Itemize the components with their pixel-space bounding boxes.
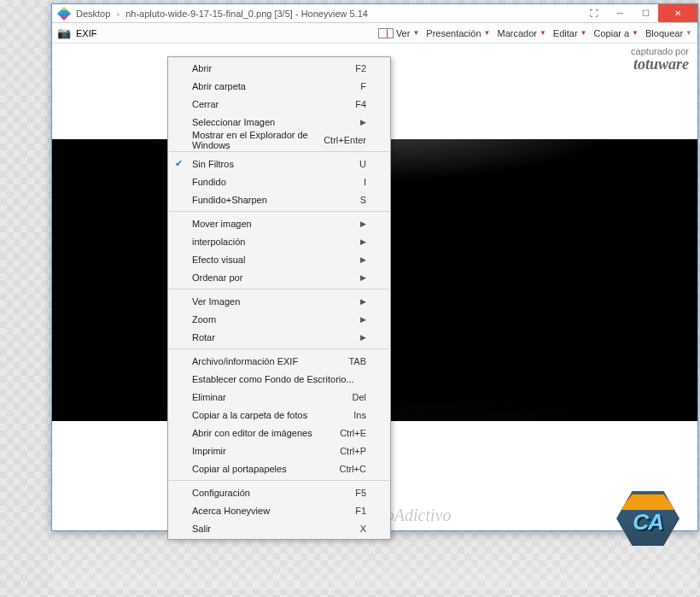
menu-separator [169, 151, 389, 152]
menu-item[interactable]: Abrir carpetaF [168, 77, 390, 95]
copy-to-button[interactable]: Copiar a ▼ [594, 28, 639, 38]
badge-text: CA [633, 509, 663, 536]
ca-badge: CA [616, 491, 680, 546]
ver-label: Ver [396, 28, 411, 38]
menu-shortcut: Del [352, 392, 366, 402]
toolbar: 📷 EXIF Ver ▼ Presentación ▼ Marcador ▼ E… [52, 23, 697, 44]
maximize-button[interactable]: ☐ [633, 4, 658, 22]
reflection [51, 531, 698, 591]
lock-label: Bloquear [645, 28, 683, 38]
menu-item-label: Abrir carpeta [192, 81, 246, 91]
menu-item-label: Eliminar [192, 392, 226, 402]
submenu-arrow-icon: ▶ [360, 273, 366, 282]
menu-item[interactable]: Copiar al portapapelesCtrl+C [168, 459, 390, 477]
check-icon: ✔ [175, 158, 183, 169]
menu-item[interactable]: Establecer como Fondo de Escritorio... [168, 370, 390, 388]
aspect-ratio-button[interactable]: Ver ▼ [378, 28, 419, 38]
lock-button[interactable]: Bloquear ▼ [645, 28, 692, 38]
menu-item-label: Fundido+Sharpen [192, 195, 267, 205]
menu-separator [169, 348, 389, 349]
menu-item[interactable]: Seleccionar Imagen▶ [168, 113, 390, 131]
menu-item-label: Configuración [192, 488, 250, 498]
menu-item-label: Sin Filtros [192, 159, 234, 169]
menu-item[interactable]: CerrarF4 [168, 95, 390, 113]
menu-item[interactable]: Mover imagen▶ [168, 214, 390, 232]
menu-item[interactable]: Ordenar por▶ [168, 268, 390, 286]
menu-shortcut: F [360, 81, 366, 91]
menu-item[interactable]: Rotar▶ [168, 328, 390, 346]
exif-label[interactable]: EXIF [76, 28, 96, 38]
menu-item-label: Copiar a la carpeta de fotos [192, 410, 307, 420]
submenu-arrow-icon: ▶ [360, 255, 366, 264]
menu-shortcut: TAB [348, 356, 366, 366]
menu-shortcut: F4 [355, 99, 366, 109]
menu-separator [169, 289, 389, 290]
menu-item[interactable]: FundidoI [168, 173, 390, 190]
close-button[interactable]: ✕ [658, 4, 697, 22]
menu-item[interactable]: ConfiguraciónF5 [168, 483, 390, 501]
menu-item-label: Zoom [192, 314, 216, 325]
submenu-arrow-icon: ▶ [360, 237, 366, 246]
menu-item-label: Abrir [192, 63, 212, 73]
copy-label: Copiar a [594, 28, 630, 38]
edit-label: Editar [553, 28, 578, 38]
bookmark-button[interactable]: Marcador ▼ [497, 28, 545, 38]
menu-item[interactable]: Mostrar en el Explorador de WindowsCtrl+… [168, 131, 390, 149]
menu-item-label: Abrir con editor de imágenes [192, 428, 312, 438]
watermark-top: capturado por totuware [631, 47, 689, 72]
menu-item[interactable]: ✔Sin FiltrosU [168, 155, 390, 173]
menu-separator [169, 211, 389, 212]
menu-item-label: interpolación [192, 237, 245, 247]
menu-item[interactable]: EliminarDel [168, 388, 390, 406]
menu-item-label: Archivo/información EXIF [192, 356, 298, 366]
titlebar-text: Desktop › nh-apluto-wide-9-17-15-final_0… [76, 9, 581, 19]
menu-shortcut: F2 [355, 63, 366, 73]
app-icon [57, 7, 71, 20]
menu-shortcut: U [359, 159, 366, 169]
menu-item-label: Mover imagen [192, 219, 252, 229]
menu-item[interactable]: Archivo/información EXIFTAB [168, 352, 390, 370]
presentation-label: Presentación [426, 28, 481, 38]
menu-item[interactable]: Copiar a la carpeta de fotosIns [168, 406, 390, 424]
menu-item-label: Mostrar en el Explorador de Windows [192, 130, 324, 150]
menu-shortcut: Ins [353, 410, 366, 420]
menu-item-label: Seleccionar Imagen [192, 117, 275, 127]
submenu-arrow-icon: ▶ [360, 315, 366, 324]
caret-icon: ▼ [632, 29, 639, 37]
breadcrumb-sep: › [116, 9, 120, 19]
edit-button[interactable]: Editar ▼ [553, 28, 587, 38]
presentation-button[interactable]: Presentación ▼ [426, 28, 490, 38]
menu-item[interactable]: Fundido+SharpenS [168, 190, 390, 208]
menu-shortcut: S [360, 195, 366, 205]
window-controls: ⛶ ─ ☐ ✕ [581, 4, 697, 22]
fullscreen-button[interactable]: ⛶ [581, 4, 607, 22]
breadcrumb-seg-2: nh-apluto-wide-9-17-15-final_0.png [3/5] [125, 9, 293, 19]
menu-item[interactable]: ImprimirCtrl+P [168, 442, 390, 459]
menu-item[interactable]: Efecto visual▶ [168, 250, 390, 268]
camera-icon[interactable]: 📷 [57, 26, 71, 39]
menu-item[interactable]: Abrir con editor de imágenesCtrl+E [168, 424, 390, 442]
bookmark-label: Marcador [497, 28, 536, 38]
menu-item[interactable]: interpolación▶ [168, 232, 390, 250]
menu-item-label: Efecto visual [192, 255, 245, 265]
breadcrumb-seg-1: Desktop [76, 9, 110, 19]
menu-item-label: Imprimir [192, 446, 226, 456]
menu-shortcut: Ctrl+C [340, 464, 366, 474]
menu-shortcut: F5 [355, 488, 366, 498]
titlebar[interactable]: Desktop › nh-apluto-wide-9-17-15-final_0… [52, 4, 697, 23]
app-name: Honeyview 5.14 [301, 9, 368, 19]
menu-item-label: Copiar al portapapeles [192, 464, 287, 474]
caret-icon: ▼ [412, 29, 419, 37]
aspect-ratio-icon [378, 28, 394, 38]
caret-icon: ▼ [484, 29, 491, 37]
caret-icon: ▼ [685, 29, 692, 37]
caret-icon: ▼ [540, 29, 546, 37]
menu-item-label: Rotar [192, 332, 215, 342]
menu-item-label: Fundido [192, 177, 226, 187]
menu-item[interactable]: AbrirF2 [168, 59, 390, 77]
menu-item[interactable]: Acerca HoneyviewF1 [168, 501, 390, 519]
menu-item[interactable]: Ver Imagen▶ [168, 292, 390, 310]
minimize-button[interactable]: ─ [607, 4, 633, 22]
menu-shortcut: Ctrl+E [340, 428, 366, 438]
menu-item[interactable]: Zoom▶ [168, 310, 390, 328]
